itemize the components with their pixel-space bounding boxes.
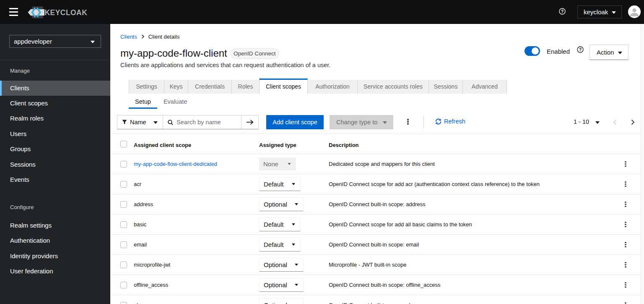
svg-text:?: ? [579,47,582,52]
svg-text:KEYCLOAK: KEYCLOAK [45,8,88,17]
svg-text:?: ? [561,9,564,14]
